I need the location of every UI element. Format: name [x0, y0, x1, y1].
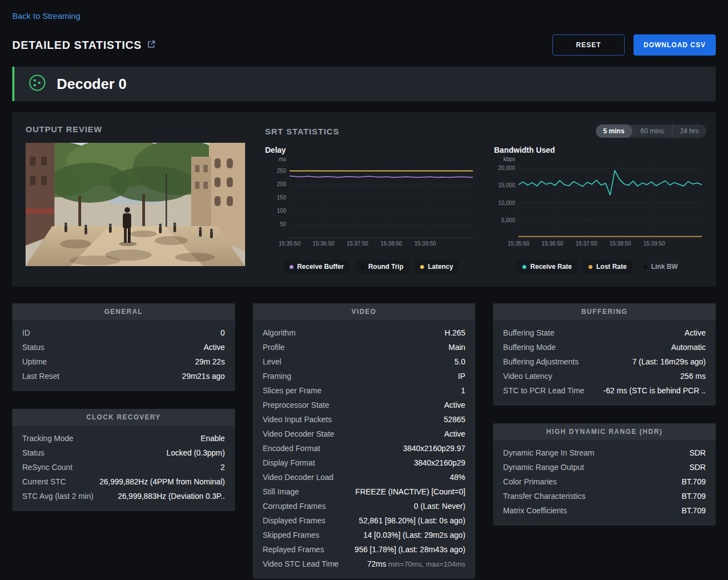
legend-dot-icon	[522, 265, 526, 269]
time-range-toggle: 5 mins60 mins24 hrs	[596, 124, 706, 138]
external-link-icon[interactable]	[147, 40, 156, 51]
stat-row: Buffering ModeAutomatic	[503, 340, 706, 354]
legend-item[interactable]: Round Trip	[355, 260, 409, 273]
stat-label: Buffering Adjustments	[503, 357, 579, 366]
legend-item[interactable]: Receive Rate	[517, 260, 577, 273]
legend-item[interactable]: Lost Rate	[583, 260, 632, 273]
bandwidth-chart-title: Bandwidth Used	[494, 146, 706, 154]
legend-label: Latency	[428, 263, 453, 271]
svg-text:100: 100	[277, 208, 286, 214]
legend-label: Receive Rate	[530, 263, 572, 271]
general-card-title: GENERAL	[12, 303, 235, 320]
stat-value: 0	[221, 328, 225, 337]
legend-dot-icon	[290, 265, 293, 269]
stat-row: Video Decoder Load48%	[263, 470, 466, 484]
stat-value: 7 (Last: 16m29s ago)	[632, 357, 706, 366]
legend-dot-icon	[589, 265, 592, 269]
stat-row: STC to PCR Lead Time-62 ms (STC is behin…	[503, 383, 706, 398]
stat-label: Uptime	[22, 357, 47, 366]
stat-row: Encoded Format3840x2160p29.97	[263, 441, 466, 456]
stat-row: ReSync Count2	[22, 460, 225, 474]
stat-value: Automatic	[671, 343, 706, 352]
stat-label: Video STC Lead Time	[263, 559, 339, 568]
stat-row: Level5.0	[263, 354, 466, 369]
stat-row: Transfer CharacteristicsBT.709	[503, 489, 706, 503]
stat-row: Slices per Frame1	[263, 383, 466, 398]
stat-value: 0 (Last: Never)	[414, 502, 466, 511]
delay-chart-title: Delay	[265, 146, 477, 154]
stat-label: Video Decoder Load	[263, 473, 333, 482]
stat-label: Transfer Characteristics	[503, 492, 585, 501]
svg-text:15:39:50: 15:39:50	[415, 241, 436, 247]
stat-value: FREEZE (INACTIVE) [Count=0]	[355, 487, 465, 496]
stat-label: ReSync Count	[22, 463, 72, 472]
stat-row: Dynamic Range OutputSDR	[503, 460, 706, 474]
video-preview	[26, 143, 245, 266]
svg-text:15:39:50: 15:39:50	[644, 241, 665, 247]
stat-label: Video Input Packets	[263, 415, 332, 424]
stat-row: Matrix CoefficientsBT.709	[503, 503, 706, 518]
stat-label: Video Latency	[503, 372, 552, 381]
decoder-title: Decoder 0	[57, 76, 127, 93]
stat-row: Video STC Lead Time72ms min=70ms, max=10…	[263, 557, 466, 571]
download-csv-button[interactable]: DOWNLOAD CSV	[634, 34, 716, 56]
buffering-card-body: Buffering StateActiveBuffering ModeAutom…	[493, 320, 716, 406]
hdr-card-body: Dynamic Range In StreamSDRDynamic Range …	[493, 440, 716, 526]
stat-value: Enable	[201, 434, 225, 443]
stat-label: Dynamic Range Output	[503, 463, 584, 472]
buffering-card-title: BUFFERING	[493, 303, 716, 320]
stat-value: 3840x2160p29.97	[403, 444, 465, 453]
bandwidth-chart: Bandwidth Used kbps5,00010,00015,00020,0…	[494, 146, 706, 273]
stat-label: Slices per Frame	[263, 386, 322, 395]
stat-label: STC Avg (last 2 min)	[22, 492, 93, 501]
stat-label: Dynamic Range In Stream	[503, 448, 594, 457]
clock-recovery-card-body: Tracking ModeEnableStatusLocked (0.3ppm)…	[12, 426, 235, 511]
bandwidth-chart-legend: Receive RateLost RateLink BW	[494, 260, 706, 273]
stat-label: Matrix Coefficients	[503, 506, 567, 515]
legend-item[interactable]: Link BW	[638, 260, 684, 273]
stat-value: 26,999,882Hz (4PPM from Nominal)	[99, 477, 225, 486]
stat-row: ProfileMain	[263, 340, 466, 354]
legend-dot-icon	[420, 265, 424, 269]
stat-row: Video Latency256 ms	[503, 369, 706, 383]
chart-canvas: ms5010015020025015:35:5015:36:5015:37:50…	[265, 156, 477, 253]
legend-label: Lost Rate	[596, 263, 627, 271]
stat-value: 48%	[450, 473, 465, 482]
time-range-option[interactable]: 24 hrs	[672, 124, 706, 138]
stat-row: Displayed Frames52,861 [98.20%] (Last: 0…	[263, 513, 466, 528]
stat-value: Active	[685, 328, 706, 337]
stat-value: 14 [0.03%] (Last: 29m2s ago)	[363, 531, 466, 539]
stat-label: Display Format	[263, 458, 315, 467]
stat-value: 52,861 [98.20%] (Last: 0s ago)	[359, 516, 465, 525]
stat-label: Color Primaries	[503, 477, 556, 486]
delay-chart-canvas: ms5010015020025015:35:5015:36:5015:37:50…	[265, 156, 477, 256]
delay-chart: Delay ms5010015020025015:35:5015:36:5015…	[265, 146, 477, 273]
stat-value: 3840x2160p29	[414, 458, 466, 467]
output-review-title: OUTPUT REVIEW	[26, 124, 245, 134]
time-range-option[interactable]: 60 mins	[632, 124, 672, 138]
svg-text:15:36:50: 15:36:50	[542, 241, 564, 247]
legend-item[interactable]: Latency	[415, 260, 458, 273]
page-title: DETAILED STATISTICS	[12, 39, 142, 52]
stat-label: Corrupted Frames	[263, 502, 326, 511]
stat-label: Buffering Mode	[503, 343, 556, 352]
stat-row: Last Reset29m21s ago	[22, 369, 225, 383]
back-link[interactable]: Back to Streaming	[12, 11, 81, 21]
svg-text:15:35:50: 15:35:50	[508, 241, 530, 247]
stat-label: Skipped Frames	[263, 531, 320, 539]
legend-item[interactable]: Receive Buffer	[284, 260, 350, 273]
stat-value: BT.709	[681, 477, 706, 486]
stat-label: Tracking Mode	[22, 434, 73, 443]
time-range-option[interactable]: 5 mins	[596, 124, 632, 138]
legend-label: Round Trip	[368, 263, 403, 271]
svg-text:50: 50	[280, 221, 287, 227]
reset-button[interactable]: RESET	[552, 34, 625, 56]
stat-row: StatusActive	[22, 340, 225, 354]
stat-value: Active	[444, 429, 465, 438]
stat-row: Video Input Packets52865	[263, 412, 466, 427]
stat-value: SDR	[689, 463, 706, 472]
stat-row: ID0	[22, 326, 225, 340]
stat-row: Color PrimariesBT.709	[503, 474, 706, 489]
stat-value: -62 ms (STC is behind PCR ..	[604, 386, 706, 395]
svg-text:150: 150	[277, 194, 286, 201]
